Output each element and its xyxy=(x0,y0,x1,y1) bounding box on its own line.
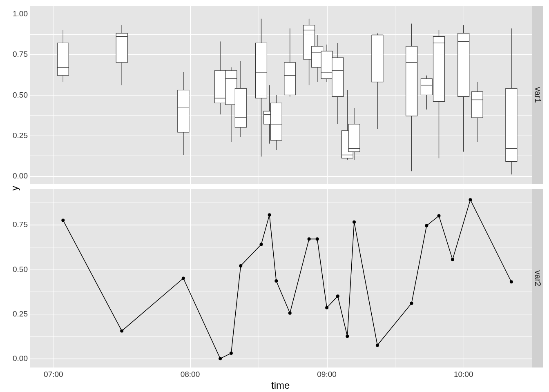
data-point xyxy=(182,277,185,280)
x-tick-label: 10:00 xyxy=(451,370,476,379)
line-series xyxy=(63,200,511,359)
data-point xyxy=(437,214,440,218)
data-point xyxy=(259,243,263,246)
data-point xyxy=(451,258,454,261)
data-point xyxy=(308,237,311,241)
data-point xyxy=(425,224,428,227)
y-tick-label: 0.00 xyxy=(3,172,28,180)
data-point xyxy=(410,302,413,305)
data-point xyxy=(219,357,222,360)
data-point xyxy=(510,280,513,283)
y-tick-label: 0.75 xyxy=(3,220,28,229)
data-point xyxy=(346,335,349,338)
y-tick-label: 1.00 xyxy=(3,9,28,18)
data-point xyxy=(288,312,292,315)
data-point xyxy=(376,343,379,347)
y-tick-label: 0.75 xyxy=(3,50,28,59)
data-point xyxy=(336,294,339,298)
data-point xyxy=(353,220,356,224)
data-point xyxy=(325,306,328,310)
y-tick-label: 0.00 xyxy=(3,354,28,363)
panel-var2-svg xyxy=(0,0,549,392)
y-tick-label: 0.25 xyxy=(3,131,28,140)
x-tick-label: 09:00 xyxy=(315,370,339,379)
data-point xyxy=(120,329,123,332)
data-point xyxy=(316,237,319,241)
data-point xyxy=(469,198,472,201)
y-tick-label: 0.50 xyxy=(3,265,28,274)
y-tick-label: 0.25 xyxy=(3,310,28,318)
y-tick-label: 0.50 xyxy=(3,91,28,100)
data-point xyxy=(61,218,65,222)
data-point xyxy=(239,264,242,267)
x-tick-label: 08:00 xyxy=(178,370,202,379)
data-point xyxy=(274,279,278,283)
x-tick-label: 07:00 xyxy=(41,370,66,379)
faceted-chart: var1 var2 y time 0.000.250.500.751.000.0… xyxy=(0,0,549,392)
data-point xyxy=(230,352,233,355)
data-point xyxy=(268,213,271,216)
